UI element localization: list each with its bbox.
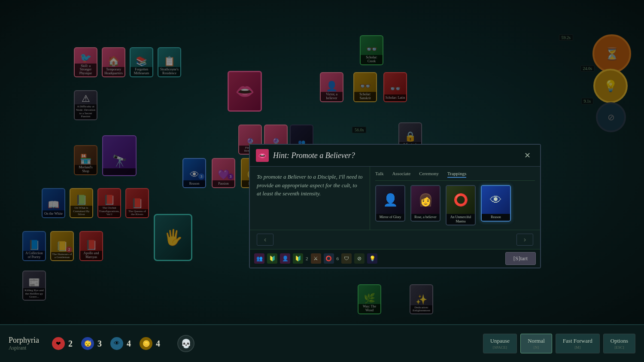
skull-icon[interactable]: 💀 [177, 335, 194, 352]
start-button[interactable]: [S]tart [505, 252, 536, 265]
stat-passion: 😴 3 [81, 337, 102, 350]
modal-card-tabs: Talk Associate Ceremony Trappings [375, 171, 535, 181]
unpause-button[interactable]: Unpause [SPACE] [483, 334, 517, 353]
card-on-white[interactable]: 📖 On the White [42, 188, 65, 218]
modal-card-mantra[interactable]: ⭕ An Unmerciful Mantra [446, 185, 476, 225]
card-orchid[interactable]: 📕 The Orchid Transfigurations, Vol I [97, 188, 121, 218]
modal-card-mirror[interactable]: 👤 Mirror of Glory [375, 185, 405, 222]
card-way-wood[interactable]: 🌿 Way: The Wood [358, 284, 381, 314]
status-icon-9: 💡 [367, 253, 377, 264]
modal-body-text: To promote a Believer to a Disciple, I'l… [257, 173, 363, 198]
timer-top: 59.2s [559, 34, 573, 41]
game-board: 56.0s 38.9s 59.2s 24.0s 9.1s ⏳ 💡 ⊘ 🐦 Ski… [0, 0, 644, 324]
card-talk[interactable]: 👄 [228, 71, 262, 112]
player-name: Porphyria [9, 336, 39, 345]
hint-modal: 👄 Hint: Promote a Believer? ✕ To promote… [249, 144, 541, 268]
status-icon-7: 🛡 [341, 253, 352, 264]
timer-med: 24.0s [580, 65, 595, 72]
status-icon-2: 🔰 [267, 253, 277, 264]
status-icon-6: ⭕ [324, 253, 334, 264]
card-apollo[interactable]: 📕 Apollo and Marsyas [79, 231, 103, 261]
card-killing[interactable]: 📰 Killing Rye and the Hellfire-gy Grave.… [22, 271, 46, 301]
card-big-teal[interactable]: 🖐 [154, 214, 192, 261]
reason-value: 4 [127, 339, 131, 349]
card-poetry[interactable]: 📘 A Collection of Poetry [22, 231, 46, 261]
card-on-silver[interactable]: 📗 On What is Contained By Silver [70, 188, 93, 218]
card-scholar-latin[interactable]: 👓 Scholar: Latin [383, 72, 407, 102]
card-morland[interactable]: 🏪 Morland's Shop [74, 145, 97, 175]
normal-button[interactable]: Normal [N] [520, 334, 552, 353]
card-scholar-creek[interactable]: 👓 Scholar: Creek [360, 35, 383, 65]
passion-value: 3 [97, 339, 102, 349]
modal-nav: ‹ › [250, 230, 540, 249]
fast-forward-button[interactable]: Fast Forward [M] [556, 334, 600, 353]
modal-next-button[interactable]: › [516, 234, 533, 246]
status-num-2: 6 [337, 256, 339, 261]
card-scholar-sanskrit[interactable]: 👓 Scholar: Sanskrit [353, 72, 377, 102]
card-residence[interactable]: 📋 Strathcoyne's Residence [158, 47, 181, 77]
tab-associate[interactable]: Associate [392, 171, 410, 178]
modal-status-row: 👥 🔰 👤 🔰 2 ⚔ ⭕ 6 🛡 ⊘ 💡 [S]tart [250, 249, 540, 268]
timer-1: 56.0s [352, 127, 366, 133]
stat-reason: 👁 4 [110, 337, 131, 350]
card-difficulty[interactable]: ⚠ A Difficulty at Node: Devotion to a Se… [74, 90, 97, 120]
passion-icon: 😴 [81, 337, 94, 350]
card-mithraeum[interactable]: 📚 Forgotten Mithraeum [130, 47, 153, 77]
status-icon-4: 🔰 [293, 253, 303, 264]
status-num-1: 2 [306, 256, 308, 261]
bottom-buttons: Unpause [SPACE] Normal [N] Fast Forward … [483, 334, 635, 353]
stat-funds: 🪙 4 [140, 337, 160, 350]
status-icon-1: 👥 [254, 253, 264, 264]
reason-icon: 👁 [110, 337, 123, 350]
card-hq[interactable]: 🏠 Temporary Headquarters [102, 47, 125, 77]
card-humours[interactable]: 📒 The Humours of a Gentleman 2 [50, 231, 74, 261]
modal-card-reason[interactable]: 👁 Reason [481, 185, 511, 222]
card-victor[interactable]: 👤 Victor, a believer [320, 72, 343, 102]
options-button[interactable]: Options [ESC] [603, 334, 635, 353]
health-icon: ❤ [52, 337, 65, 350]
card-reason[interactable]: 👁 Reason 3 [182, 158, 206, 188]
status-icon-8: ⊘ [354, 253, 365, 264]
modal-close-button[interactable]: ✕ [521, 150, 534, 161]
card-purple[interactable]: 🔭 [102, 135, 137, 176]
tab-trappings[interactable]: Trappings [447, 171, 466, 178]
tab-ceremony[interactable]: Ceremony [419, 171, 439, 178]
player-info: Porphyria Aspirant [9, 336, 39, 351]
health-value: 2 [68, 339, 73, 349]
medium-timer-circle[interactable]: 💡 [593, 69, 628, 103]
bottom-bar: Porphyria Aspirant ❤ 2 😴 3 👁 4 🪙 4 💀 Unp… [0, 324, 644, 362]
card-skill[interactable]: 🐦 Skill: a Stronger Physique [74, 47, 97, 77]
small-timer-circle[interactable]: ⊘ [596, 102, 626, 132]
modal-icon: 👄 [256, 149, 269, 162]
modal-prev-button[interactable]: ‹ [257, 234, 273, 246]
card-passion[interactable]: 💜 Passion 3 [212, 158, 235, 188]
tab-talk[interactable]: Talk [375, 171, 383, 178]
status-icon-5: ⚔ [311, 253, 321, 264]
card-queens[interactable]: 📕 The Queens of the Rivers [125, 188, 149, 218]
modal-card-rose[interactable]: 👩 Rose, a believer [410, 185, 440, 222]
modal-cards-row: 👤 Mirror of Glory 👩 Rose, a believer [375, 185, 535, 225]
stat-health: ❤ 2 [52, 337, 73, 350]
status-icon-3: 👤 [280, 253, 290, 264]
card-dedication[interactable]: ✨ Dedication: Enlightenment [410, 284, 433, 314]
funds-value: 4 [156, 339, 160, 349]
timer-small-label: 9.1s [581, 98, 593, 104]
player-title: Aspirant [9, 345, 39, 351]
funds-icon: 🪙 [140, 337, 152, 350]
big-timer-circle[interactable]: ⏳ [592, 34, 631, 73]
modal-title: Hint: Promote a Believer? [273, 151, 355, 160]
